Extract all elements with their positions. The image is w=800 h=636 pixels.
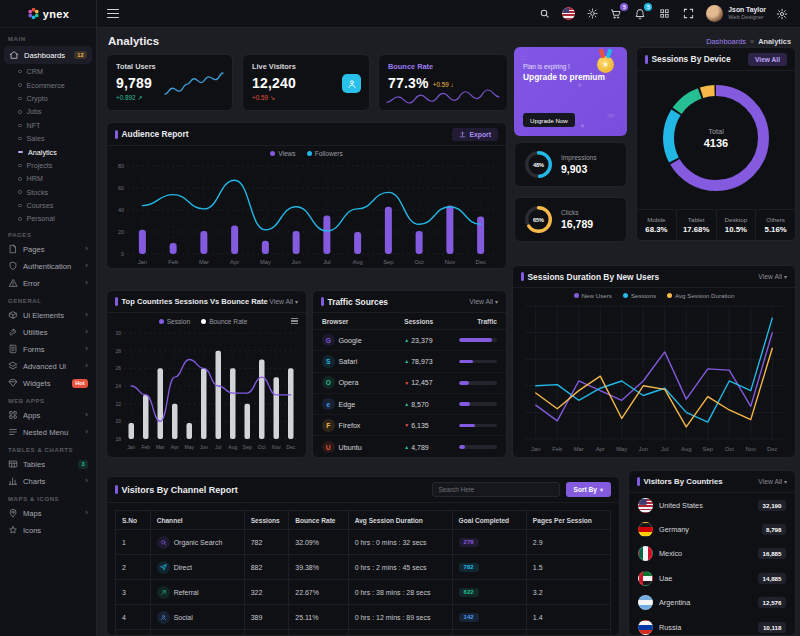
sessions-duration-view-all[interactable]: View All▾ bbox=[758, 273, 787, 280]
tools-icon bbox=[8, 327, 18, 337]
fullscreen-icon[interactable] bbox=[680, 6, 696, 22]
cart-icon[interactable]: 5 bbox=[608, 6, 624, 22]
sidebar-item-widgets[interactable]: WidgetsHot bbox=[0, 375, 96, 392]
export-button[interactable]: Export bbox=[452, 128, 498, 141]
country-row-germany[interactable]: Germany 8,798 bbox=[629, 517, 795, 541]
sidebar-item-maps[interactable]: Maps› bbox=[0, 505, 96, 522]
sidebar-item-dashboards[interactable]: Dashboards12 bbox=[4, 46, 92, 64]
channel-row-direct[interactable]: 2 Direct 88239.38%0 hrs : 2 mins : 45 se… bbox=[116, 555, 611, 580]
star-icon bbox=[8, 525, 18, 535]
sidebar-subitem-projects[interactable]: Projects bbox=[0, 159, 96, 172]
sidebar-item-charts[interactable]: Charts› bbox=[0, 473, 96, 490]
traffic-row-edge[interactable]: e Edge ▲8,570 bbox=[313, 394, 506, 415]
sidebar-subitem-crm[interactable]: CRM bbox=[0, 65, 96, 78]
sessions-by-device-card: Sessions By Device View All Total 4136 M… bbox=[636, 47, 796, 241]
traffic-progress-bar bbox=[459, 381, 497, 385]
top-countries-view-all[interactable]: View All▾ bbox=[269, 298, 298, 305]
user-menu[interactable]: Json Taylor Web Designer bbox=[706, 5, 766, 22]
file-icon bbox=[8, 244, 18, 254]
device-view-all-button[interactable]: View All bbox=[748, 53, 787, 66]
sidebar-item-ui-elements[interactable]: Ui Elements› bbox=[0, 307, 96, 324]
channel-row-social[interactable]: 4 Social 38925.11%0 hrs : 12 mins : 89 s… bbox=[116, 605, 611, 630]
sort-by-button[interactable]: Sort By▾ bbox=[566, 482, 611, 497]
sidebar-subitem-analytics[interactable]: Analytics bbox=[0, 145, 96, 158]
live-visitors-person-icon[interactable] bbox=[342, 74, 361, 93]
sidebar-subitem-courses[interactable]: Courses bbox=[0, 199, 96, 212]
sidebar-item-pages[interactable]: Pages› bbox=[0, 241, 96, 258]
sidebar-item-nested-menu[interactable]: Nested Menu› bbox=[0, 424, 96, 441]
traffic-view-all[interactable]: View All▾ bbox=[469, 298, 498, 305]
sidebar-subitem-crypto[interactable]: Crypto bbox=[0, 92, 96, 105]
sidebar-subitem-jobs[interactable]: Jobs bbox=[0, 105, 96, 118]
menu-toggle-icon[interactable] bbox=[107, 9, 119, 18]
sidebar-item-error[interactable]: Error› bbox=[0, 275, 96, 292]
sidebar-item-apps[interactable]: Apps› bbox=[0, 407, 96, 424]
audience-report-title: Audience Report bbox=[115, 129, 189, 139]
countries-card: Visitors By Countries View All▾ United S… bbox=[628, 470, 796, 636]
theme-toggle-sun-icon[interactable] bbox=[584, 6, 600, 22]
brand-logo[interactable]: ynex bbox=[0, 0, 96, 28]
country-row-united-states[interactable]: United States 32,190 bbox=[629, 493, 795, 517]
svg-text:18: 18 bbox=[115, 436, 121, 442]
sidebar-subitem-nft[interactable]: NFT bbox=[0, 119, 96, 132]
sidebar-subitem-ecommerce[interactable]: Ecommerce bbox=[0, 78, 96, 91]
sidebar-subitem-hrm[interactable]: HRM bbox=[0, 172, 96, 185]
chart-menu-icon[interactable] bbox=[291, 318, 298, 325]
sidebar-subitem-sales[interactable]: Sales bbox=[0, 132, 96, 145]
svg-text:Apr: Apr bbox=[596, 446, 605, 452]
channel-col-s-no: S.No bbox=[116, 511, 151, 530]
upgrade-now-button[interactable]: Upgrade Now bbox=[523, 113, 575, 127]
traffic-progress-bar bbox=[459, 360, 497, 364]
search-icon[interactable] bbox=[536, 6, 552, 22]
legend-item: Followers bbox=[307, 150, 343, 157]
gem-icon bbox=[8, 378, 18, 388]
country-value-badge: 12,576 bbox=[758, 597, 786, 608]
channel-row-referral[interactable]: 3 Referral 32222.67%0 hrs : 38 mins : 28… bbox=[116, 580, 611, 605]
clicks-label: Clicks bbox=[561, 209, 593, 216]
home-icon bbox=[9, 50, 19, 60]
channel-row-email[interactable]: 5 Email 37823.79%0 hrs : 14 mins : 27 se… bbox=[116, 630, 611, 636]
sidebar-section-label: PAGES bbox=[0, 226, 96, 241]
ru-flag-icon bbox=[638, 620, 653, 635]
traffic-row-opera[interactable]: O Opera ▼12,457 bbox=[313, 373, 506, 394]
country-row-uae[interactable]: Uae 14,885 bbox=[629, 566, 795, 590]
traffic-row-google[interactable]: G Google ▲23,379 bbox=[313, 330, 506, 351]
sidebar-subitem-personal[interactable]: Personal bbox=[0, 212, 96, 225]
channel-table: S.NoChannelSessionsBounce RateAvg Sessio… bbox=[115, 510, 611, 636]
app-root: ynex MAIN Dashboards12CRMEcommerceCrypto… bbox=[0, 0, 800, 636]
channel-report-title: Visitors By Channel Report bbox=[115, 485, 238, 495]
country-row-argentina[interactable]: Argentina 12,576 bbox=[629, 591, 795, 615]
country-row-mexico[interactable]: Mexico 16,885 bbox=[629, 542, 795, 566]
audience-chart: 020406080JanFebMarAprMayJunJulAugSepOctN… bbox=[107, 161, 506, 269]
language-flag-icon[interactable] bbox=[560, 6, 576, 22]
sidebar-item-utilities[interactable]: Utilities› bbox=[0, 324, 96, 341]
main-content: Analytics Dashboards » Analytics Total U… bbox=[97, 28, 800, 636]
sidebar-item-advanced-ui[interactable]: Advanced Ui› bbox=[0, 358, 96, 375]
settings-gear-icon[interactable] bbox=[774, 6, 790, 22]
sidebar-section-label: MAIN bbox=[0, 30, 96, 45]
countries-view-all[interactable]: View All▾ bbox=[758, 478, 787, 485]
social-icon bbox=[157, 611, 170, 624]
notifications-bell-icon[interactable]: 5 bbox=[632, 6, 648, 22]
donut-center: Total 4136 bbox=[662, 84, 770, 192]
apps-grid-icon[interactable] bbox=[656, 6, 672, 22]
sidebar-item-icons[interactable]: Icons bbox=[0, 522, 96, 539]
breadcrumb-dashboards[interactable]: Dashboards bbox=[706, 37, 746, 46]
channel-row-organic-search[interactable]: 1 Organic Search 78232.09%0 hrs : 0 mins… bbox=[116, 530, 611, 555]
sidebar-item-authentication[interactable]: Authentication› bbox=[0, 258, 96, 275]
traffic-row-ubuntu[interactable]: U Ubuntu ▲4,789 bbox=[313, 436, 506, 457]
shield-icon bbox=[8, 261, 18, 271]
search-input[interactable] bbox=[432, 482, 560, 497]
legend-item: Bounce Rate bbox=[201, 318, 247, 325]
sidebar-subitem-stocks[interactable]: Stocks bbox=[0, 186, 96, 199]
sidebar-item-tables[interactable]: Tables3 bbox=[0, 456, 96, 473]
svg-text:Feb: Feb bbox=[168, 259, 178, 265]
traffic-row-safari[interactable]: S Safari ▲78,973 bbox=[313, 351, 506, 372]
country-row-russia[interactable]: Russia 10,118 bbox=[629, 615, 795, 636]
sidebar-item-forms[interactable]: Forms› bbox=[0, 341, 96, 358]
clicks-card: 65% Clicks 16,789 bbox=[514, 197, 627, 242]
traffic-row-firefox[interactable]: F Firefox ▼6,135 bbox=[313, 415, 506, 436]
svg-text:Jul: Jul bbox=[323, 259, 330, 265]
svg-text:Jul: Jul bbox=[215, 444, 221, 450]
impressions-card: 48% Impressions 9,903 bbox=[514, 142, 627, 187]
